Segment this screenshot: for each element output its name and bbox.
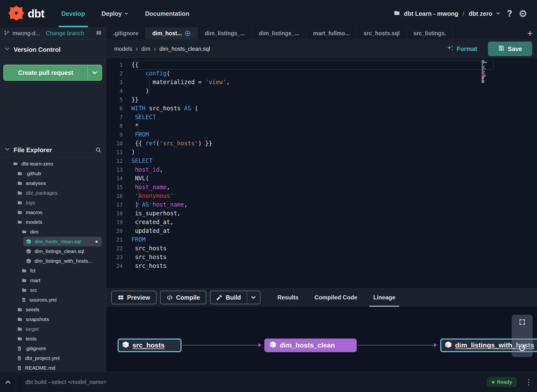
tree-item--gitignore[interactable]: .gitignore	[0, 344, 106, 353]
tree-item-dim-listings-clean-sql[interactable]: dim_listings_clean.sql	[0, 246, 106, 256]
modified-dot-icon	[95, 241, 98, 243]
lineage-node-label: dim_hosts_clean	[280, 341, 335, 349]
tree-item-dbt-learn-zero[interactable]: dbt-learn-zero	[0, 159, 106, 169]
command-input[interactable]: dbt build --select <model_name>	[25, 379, 107, 385]
editor-pane: .gitignoredim_host...dim_listings_...dim…	[106, 27, 537, 372]
tree-item-label: fct	[30, 268, 35, 274]
tree-item-tests[interactable]: tests	[0, 334, 106, 344]
file-explorer-header[interactable]: File Explorer	[0, 143, 106, 157]
version-control-header[interactable]: Version Control	[0, 39, 106, 60]
undo-icon[interactable]: ↺	[518, 343, 526, 353]
tree-item-macros[interactable]: macros	[0, 208, 106, 217]
tree-item-label: macros	[26, 209, 43, 215]
status-label: Ready	[497, 379, 512, 385]
breadcrumb-file[interactable]: dim_hosts_clean.sql	[159, 46, 210, 52]
change-branch-link[interactable]: Change branch	[46, 30, 84, 37]
sparkles-icon	[447, 45, 454, 53]
tree-item-snapshots[interactable]: snapshots	[0, 314, 106, 324]
tree-item-src[interactable]: src	[0, 285, 106, 295]
settings-gear-icon[interactable]: ⚙	[519, 9, 527, 18]
pull-request-dropdown-caret[interactable]	[87, 65, 102, 80]
panel-tab-compiled-code[interactable]: Compiled Code	[314, 288, 357, 307]
tree-item-fct[interactable]: fct	[0, 266, 106, 276]
editor-tab-dim-listings-[interactable]: dim_listings_...	[198, 27, 252, 39]
editor-tab-src-listings-[interactable]: src_listings.	[407, 27, 453, 39]
tab-label: .gitignore	[113, 30, 139, 37]
chevron-down-icon	[4, 46, 10, 53]
breadcrumb-dim[interactable]: dim	[141, 46, 150, 52]
create-pull-request-button[interactable]: Create pull request	[3, 65, 102, 81]
nav-item-deploy[interactable]: Deploy	[94, 0, 136, 27]
model-cube-icon	[26, 239, 31, 244]
tree-item-mart[interactable]: mart	[0, 276, 106, 285]
code-line-6: 6WITH src_hosts AS (	[106, 104, 537, 113]
format-button[interactable]: Format	[447, 45, 477, 53]
preview-button[interactable]: Preview	[111, 291, 156, 304]
new-tab-button[interactable]: +	[523, 27, 537, 39]
line-number: 23	[106, 254, 131, 260]
code-text: host_id,	[131, 166, 163, 173]
help-icon[interactable]: ?	[507, 9, 512, 19]
navbar-right: dbt Learn - mwong / dbt zero ? ⚙	[393, 9, 537, 19]
file-icon	[17, 356, 22, 361]
fullscreen-icon[interactable]	[519, 319, 526, 326]
tree-item-dim-hosts-clean-sql[interactable]: dim_hosts_clean.sql	[23, 237, 102, 246]
nav-item-documentation[interactable]: Documentation	[138, 0, 197, 27]
line-number: 18	[106, 210, 131, 217]
editor-tab-dim-host-[interactable]: dim_host...	[146, 27, 198, 39]
dbt-brand[interactable]: dbt	[0, 5, 54, 22]
code-editor[interactable]: 1{{2 config(3 materialized = 'view',4 )5…	[106, 58, 537, 288]
folder-icon	[17, 200, 23, 205]
file-explorer-title: File Explorer	[14, 146, 52, 154]
tree-item-dim-listings-with-hosts-[interactable]: dim_listings_with_hosts...	[0, 256, 106, 266]
code-text: FROM	[131, 236, 146, 243]
status-badge: Ready	[487, 377, 517, 387]
tree-item-seeds[interactable]: seeds	[0, 305, 106, 314]
build-dropdown-caret[interactable]	[247, 291, 260, 304]
lineage-node-src-hosts[interactable]: src_hosts	[118, 339, 182, 352]
kebab-menu-icon[interactable]: ⋮	[523, 377, 534, 387]
tree-item-logs[interactable]: logs	[0, 198, 106, 208]
tree-item-label: logs	[26, 200, 35, 206]
project-switcher[interactable]: dbt Learn - mwong / dbt zero	[393, 10, 501, 17]
nav-item-develop[interactable]: Develop	[54, 0, 92, 27]
tree-item-models[interactable]: models	[0, 217, 106, 227]
line-number: 20	[106, 228, 131, 234]
editor-tab--gitignore[interactable]: .gitignore	[106, 27, 146, 39]
minimap[interactable]	[481, 60, 496, 87]
line-number: 11	[106, 149, 131, 155]
nav-item-label: Develop	[61, 10, 85, 17]
panel-tab-lineage[interactable]: Lineage	[373, 288, 395, 307]
lineage-node-dim-hosts-clean[interactable]: dim_hosts_clean	[264, 339, 357, 352]
code-text: created_at,	[131, 219, 173, 226]
folder-icon	[17, 210, 23, 215]
tree-item-dbt-packages[interactable]: dbt_packages	[0, 188, 106, 198]
editor-tab-dim-listings-[interactable]: dim_listings_...	[252, 27, 306, 39]
editor-tab-mart-fullmo-[interactable]: mart_fullmo...	[306, 27, 357, 39]
code-line-19: 19 created_at,	[106, 218, 537, 226]
search-icon[interactable]	[95, 147, 102, 153]
folder-icon	[21, 288, 27, 293]
lineage-controls: ↺	[512, 315, 533, 357]
tree-item-target[interactable]: target	[0, 324, 106, 334]
code-line-8: 8 *	[106, 122, 537, 130]
tree-item-sources-yml[interactable]: sources.yml	[0, 295, 106, 305]
compile-button[interactable]: Compile	[160, 291, 207, 304]
save-button[interactable]: Save	[488, 42, 532, 56]
docs-book-icon[interactable]	[95, 30, 102, 37]
tree-item--github[interactable]: .github	[0, 169, 106, 178]
tree-item-README-md[interactable]: README.md	[0, 363, 106, 372]
lineage-canvas[interactable]: src_hosts dim_hosts_clean dim_listings_w…	[106, 307, 537, 372]
command-bar-toggle[interactable]	[0, 372, 16, 392]
tree-item-dim[interactable]: dim	[0, 227, 106, 237]
build-button[interactable]: Build	[210, 291, 260, 304]
breadcrumb-models[interactable]: models	[114, 46, 132, 52]
tree-item-analyses[interactable]: analyses	[0, 178, 106, 188]
panel-tab-results[interactable]: Results	[277, 288, 299, 307]
line-number: 5	[106, 97, 131, 103]
ready-dot-icon	[492, 381, 494, 383]
editor-tab-src-hosts-sql[interactable]: src_hosts.sql	[357, 27, 407, 39]
line-number: 3	[106, 79, 131, 85]
tree-item-dbt-project-yml[interactable]: dbt_project.yml	[0, 353, 106, 363]
chevron-down-icon	[496, 10, 501, 17]
